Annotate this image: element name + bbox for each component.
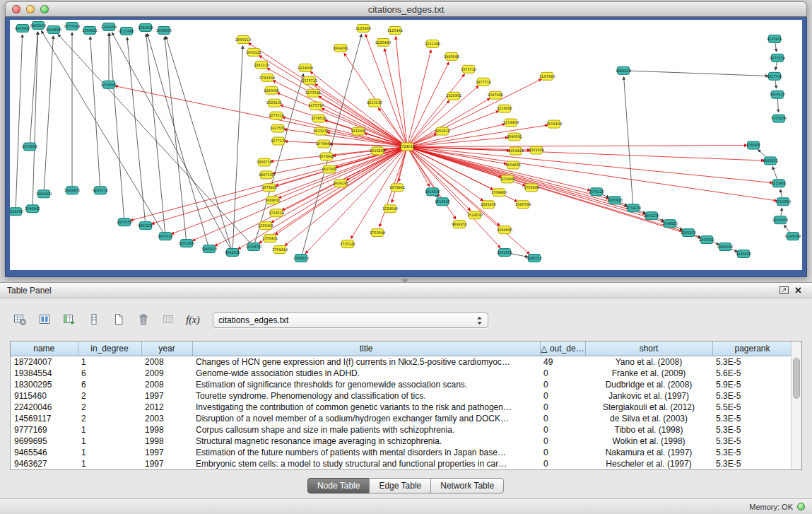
graph-node[interactable]: 1805520 [158,233,173,240]
graph-node[interactable]: 1427551 [270,124,286,132]
graph-node[interactable]: 1277131 [271,137,286,145]
graph-node[interactable]: 1261400 [179,240,194,247]
table-cell[interactable]: 6 [78,368,141,379]
graph-edge[interactable] [407,98,490,146]
table-cell[interactable]: 2 [78,402,141,413]
column-header-out_de[interactable]: △ out_de… [540,341,585,356]
graph-node[interactable]: 1125440 [355,24,371,32]
graph-node[interactable]: 1685820 [607,197,623,204]
table-cell[interactable]: 1 [78,458,141,469]
table-row[interactable]: 2242004622012Investigating the contribut… [11,402,792,413]
graph-node[interactable]: 1216081 [497,105,512,112]
table-cell[interactable]: Jankovic et al. (1997) [585,390,712,402]
table-row[interactable]: 946362711997Embryonic stem cells: a mode… [11,458,792,469]
table-cell[interactable]: Corpus callosum shape and size in male p… [192,424,540,436]
graph-node[interactable]: 1224009 [298,64,313,71]
graph-edge[interactable] [58,35,254,247]
graph-node[interactable]: 1262612 [435,127,450,135]
table-cell[interactable]: 1 [78,436,141,447]
graph-node[interactable]: 9235551 [93,187,108,194]
graph-node[interactable]: 1799520 [293,255,309,262]
column-header-pagerank[interactable]: pagerank [712,341,792,356]
graph-node[interactable]: 1623131 [313,127,329,135]
graph-node[interactable]: 1320302 [446,92,461,100]
column-header-title[interactable]: title [192,341,540,356]
table-cell[interactable]: Estimation of significance thresholds fo… [192,379,540,390]
table-cell[interactable]: 0 [540,436,585,447]
table-cell[interactable]: 0 [540,379,585,390]
graph-node[interactable]: 1590891 [25,205,40,213]
graph-edge[interactable] [407,146,627,206]
graph-node[interactable]: 1759414 [272,246,288,254]
graph-node[interactable]: 9245033 [736,250,751,258]
graph-node[interactable]: 1604931 [505,161,521,169]
table-cell[interactable]: Tourette syndrome. Phenomenology and cla… [192,390,540,402]
table-row[interactable]: 969969511998Structural magnetic resonanc… [11,436,792,447]
graph-node[interactable]: 1323101 [266,99,282,107]
table-cell[interactable]: 2003 [141,413,192,424]
scrollbar-thumb[interactable] [793,358,800,399]
graph-node[interactable]: 1475710 [308,102,324,110]
table-row[interactable]: 1938455462009Genome-wide association stu… [11,368,792,379]
window-titlebar[interactable]: citations_edges.txt [5,1,807,17]
graph-node[interactable]: 1914545 [425,188,440,196]
graph-edge[interactable] [407,100,449,146]
table-cell[interactable]: 1 [78,424,141,436]
table-cell[interactable]: 22420046 [11,402,78,413]
graph-edge[interactable] [365,34,407,146]
graph-node[interactable]: 1079942 [319,153,334,160]
graph-node[interactable]: 1890110 [235,35,251,43]
graph-node[interactable]: 2626055 [10,208,23,216]
graph-node[interactable]: 1381110 [254,61,269,69]
delete-table-button[interactable] [134,311,153,329]
table-cell[interactable]: 2009 [141,368,192,379]
graph-node[interactable]: 1221398 [425,40,440,47]
graph-node[interactable]: 1477714 [476,78,491,86]
graph-edge[interactable] [407,146,764,160]
graph-edge[interactable] [407,74,464,147]
memory-indicator[interactable] [797,503,805,510]
table-cell[interactable]: Yano et al. (2008) [585,356,712,368]
table-cell[interactable]: 5.9E-5 [712,379,792,390]
table-row[interactable]: 911546021997Tourette syndrome. Phenomeno… [11,390,792,402]
graph-node[interactable]: 1485098 [444,52,459,60]
graph-node[interactable]: 1096591 [507,133,522,141]
table-cell[interactable]: 0 [540,458,585,469]
table-cell[interactable]: 5.3E-5 [712,424,792,436]
float-panel-button[interactable] [777,284,791,297]
graph-node[interactable]: 1604191 [333,180,348,187]
table-cell[interactable]: 2 [78,390,141,402]
graph-node[interactable]: 1723514 [269,209,284,217]
graph-edge[interactable] [44,36,53,194]
graph-node[interactable]: 9155208 [771,115,787,122]
graph-node[interactable]: 1827740 [767,72,782,80]
graph-node[interactable]: 9463627 [15,24,30,32]
table-cell[interactable]: 18724007 [11,356,78,368]
table-cell[interactable]: Disruption of a novel member of a sodium… [192,413,540,424]
table-cell[interactable]: 5.3E-5 [712,436,792,447]
tab-network-table[interactable]: Network Table [430,478,504,493]
graph-node[interactable]: 1755401 [262,235,278,243]
graph-edge[interactable] [115,86,407,147]
column-header-in_degree[interactable]: in_degree [78,341,141,356]
graph-edge[interactable] [407,146,483,201]
graph-node[interactable]: 9125401 [767,35,782,42]
table-cell[interactable]: 1998 [141,424,192,436]
graph-node[interactable]: 2450550 [117,218,132,226]
graph-edge[interactable] [407,146,747,147]
graph-node[interactable]: 1735141 [340,240,355,248]
graph-node[interactable]: 1867131 [259,171,274,179]
table-cell[interactable]: Structural magnetic resonance image aver… [192,436,540,447]
table-cell[interactable]: de Silva et al. (2003) [585,413,712,424]
graph-node[interactable]: 1275514 [269,112,284,119]
table-cell[interactable]: 49 [540,356,585,368]
new-table-button[interactable] [109,311,129,329]
table-cell[interactable]: Stergiakouli et al. (2012) [585,402,712,413]
graph-node[interactable]: 1456911 [82,26,98,34]
graph-node[interactable]: 1275541 [305,89,321,97]
table-cell[interactable]: Tibbo et al. (1998) [585,424,712,436]
table-cell[interactable]: 1997 [141,390,192,402]
graph-edge[interactable] [233,46,243,252]
table-cell[interactable]: 9115460 [11,390,78,402]
graph-node[interactable]: 2455011 [699,236,714,244]
